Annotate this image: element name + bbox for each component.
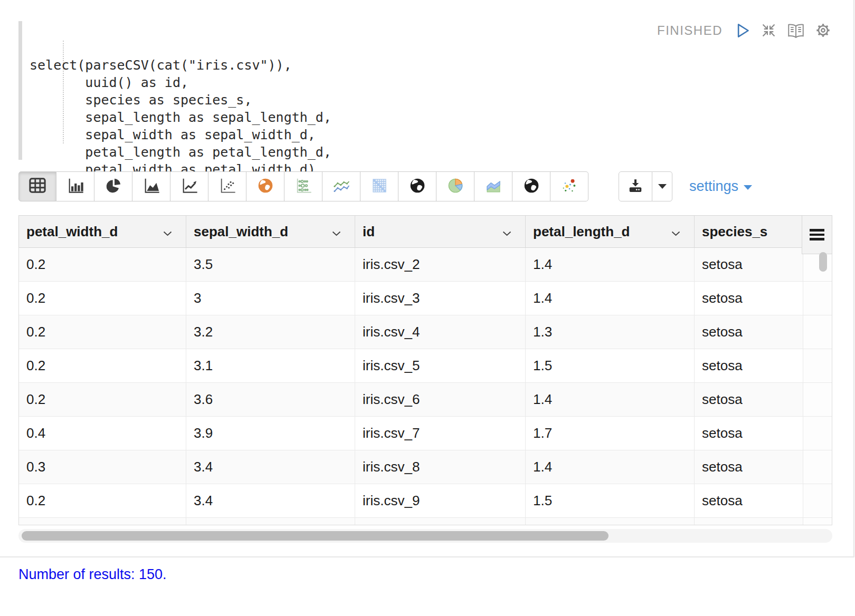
cell-species[interactable]: setosa xyxy=(695,484,803,517)
chevron-down-icon[interactable] xyxy=(163,224,172,240)
column-header-label: petal_length_d xyxy=(533,224,630,240)
globe-dark-2-icon xyxy=(523,177,540,196)
scatter-plot-icon xyxy=(219,178,236,196)
chevron-down-icon[interactable] xyxy=(332,224,341,240)
code-line[interactable]: select(parseCSV(cat("iris.csv")), xyxy=(30,56,331,74)
cell-petal-width[interactable]: 0.2 xyxy=(19,383,186,416)
cell-sepal-width[interactable]: 3 xyxy=(186,282,355,315)
cell-petal-length[interactable]: 1.4 xyxy=(526,450,695,484)
cell-id[interactable]: iris.csv_9 xyxy=(355,484,526,517)
code-line[interactable]: sepal_width as sepal_width_d, xyxy=(30,126,331,143)
multi-line-chart-button[interactable] xyxy=(322,171,360,201)
cell-sepal-width[interactable]: 3.9 xyxy=(186,417,355,450)
cell-id[interactable]: iris.csv_6 xyxy=(355,383,526,416)
cell-petal-length[interactable]: 1.4 xyxy=(526,383,695,416)
horizontal-scrollbar-thumb[interactable] xyxy=(22,531,609,541)
chart-type-group xyxy=(18,171,588,201)
scatter-plot-button[interactable] xyxy=(208,171,246,201)
cell-sepal-width[interactable]: 3.6 xyxy=(186,383,355,416)
results-count: Number of results: 150. xyxy=(18,566,167,583)
cell-petal-length[interactable]: 1.4 xyxy=(526,282,695,315)
book-icon[interactable] xyxy=(787,23,805,38)
gear-icon[interactable] xyxy=(815,22,831,38)
pie-chart-button[interactable] xyxy=(94,171,132,201)
code-editor[interactable]: select(parseCSV(cat("iris.csv")), uuid()… xyxy=(18,21,832,161)
cell-petal-length[interactable]: 1.7 xyxy=(526,417,695,450)
matrix-chart-button[interactable] xyxy=(360,171,398,201)
code-line[interactable]: petal_length as petal_length_d, xyxy=(30,143,331,161)
cell-petal-length[interactable]: 1.5 xyxy=(526,349,695,382)
cell-petal-width[interactable]: 0.2 xyxy=(19,282,186,315)
scatter-colored-icon xyxy=(561,177,578,196)
cell-species[interactable]: setosa xyxy=(695,349,803,382)
cell-sepal-width[interactable]: 3.4 xyxy=(186,450,355,484)
shrink-icon[interactable] xyxy=(761,22,777,38)
column-header[interactable]: species_s xyxy=(695,216,803,247)
cell-id[interactable]: iris.csv_5 xyxy=(355,349,526,382)
cell-id[interactable]: iris.csv_7 xyxy=(355,417,526,450)
column-header[interactable]: id xyxy=(355,216,526,247)
table-button[interactable] xyxy=(18,171,56,201)
code-line[interactable]: uuid() as id, xyxy=(30,74,331,91)
cell-sepal-width[interactable]: 3.5 xyxy=(186,248,355,281)
chevron-down-icon[interactable] xyxy=(502,224,511,240)
cell-sepal-width[interactable]: 3.1 xyxy=(186,349,355,382)
horizontal-scrollbar-track xyxy=(18,529,832,543)
cell-petal-length[interactable]: 1.3 xyxy=(526,315,695,349)
code-line[interactable]: species as species_s, xyxy=(30,91,331,109)
globe-dark-button[interactable] xyxy=(398,171,436,201)
bubble-chart-button[interactable] xyxy=(284,171,322,201)
cell-petal-width[interactable]: 0.2 xyxy=(19,315,186,349)
cell-petal-length[interactable]: 1.4 xyxy=(526,248,695,281)
cell-petal-width[interactable]: 0.2 xyxy=(19,484,186,517)
cell-id[interactable]: iris.csv_2 xyxy=(355,248,526,281)
map-globe-orange-button[interactable] xyxy=(246,171,284,201)
globe-dark-icon xyxy=(409,177,426,196)
area-chart-colored-button[interactable] xyxy=(474,171,512,201)
play-icon[interactable] xyxy=(736,23,750,38)
result-table: petal_width_d sepal_width_d id petal_len… xyxy=(18,215,832,543)
pie-chart-icon xyxy=(105,177,122,196)
cell-petal-width[interactable]: 0.3 xyxy=(19,450,186,484)
cell-id[interactable]: iris.csv_8 xyxy=(355,450,526,484)
cell-species[interactable]: setosa xyxy=(695,248,803,281)
table-row: 0.2 3.2 iris.csv_4 1.3 setosa xyxy=(19,315,832,349)
settings-link[interactable]: settings xyxy=(689,171,752,201)
cell-id[interactable]: iris.csv_3 xyxy=(355,282,526,315)
scrollbar-gutter xyxy=(803,383,832,416)
bar-chart-button[interactable] xyxy=(56,171,94,201)
cell-species[interactable]: setosa xyxy=(695,450,803,484)
line-chart-button[interactable] xyxy=(170,171,208,201)
table-row: 0.2 3.5 iris.csv_2 1.4 setosa xyxy=(19,248,832,282)
vertical-scrollbar-thumb[interactable] xyxy=(819,252,827,272)
cell-id[interactable]: iris.csv_4 xyxy=(355,315,526,349)
pie-chart-colored-button[interactable] xyxy=(436,171,474,201)
code-line[interactable]: sepal_length as sepal_length_d, xyxy=(30,109,331,126)
caret-down-icon xyxy=(658,184,667,189)
bar-chart-icon xyxy=(67,178,84,196)
cell-sepal-width[interactable]: 3.2 xyxy=(186,315,355,349)
cell-species[interactable]: setosa xyxy=(695,417,803,450)
chevron-down-icon[interactable] xyxy=(671,224,680,240)
download-icon xyxy=(628,178,643,196)
table-menu-button[interactable] xyxy=(802,215,832,254)
column-header[interactable]: sepal_width_d xyxy=(186,216,355,247)
table-row: 0.2 3.1 iris.csv_5 1.5 setosa xyxy=(19,349,832,383)
cell-petal-width[interactable]: 0.2 xyxy=(19,349,186,382)
cell-species[interactable]: setosa xyxy=(695,282,803,315)
cell-sepal-width[interactable]: 3.4 xyxy=(186,484,355,517)
area-chart-button[interactable] xyxy=(132,171,170,201)
globe-dark-2-button[interactable] xyxy=(512,171,550,201)
map-globe-orange-icon xyxy=(257,177,274,196)
editor-gutter-bar xyxy=(18,21,22,160)
cell-petal-width[interactable]: 0.2 xyxy=(19,248,186,281)
download-button[interactable] xyxy=(619,171,652,201)
download-dropdown-button[interactable] xyxy=(652,171,672,201)
scatter-colored-button[interactable] xyxy=(550,171,588,201)
cell-species[interactable]: setosa xyxy=(695,383,803,416)
cell-species[interactable]: setosa xyxy=(695,315,803,349)
cell-petal-width[interactable]: 0.4 xyxy=(19,417,186,450)
column-header[interactable]: petal_width_d xyxy=(19,216,186,247)
column-header[interactable]: petal_length_d xyxy=(526,216,695,247)
cell-petal-length[interactable]: 1.5 xyxy=(526,484,695,517)
